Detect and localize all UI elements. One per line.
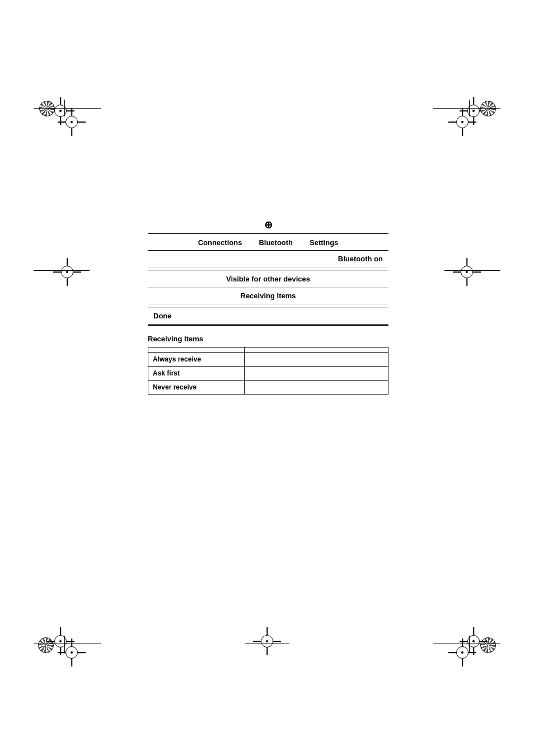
bluetooth-on-row: Bluetooth on [148, 251, 388, 267]
done-label[interactable]: Done [153, 312, 172, 320]
visible-row: Visible for other devices [148, 271, 388, 288]
table-row[interactable]: Ask first [148, 367, 388, 381]
crop-line-h-tr [433, 108, 500, 109]
crop-mark-bottom-center [256, 630, 278, 652]
crop-line-v-br [469, 636, 470, 652]
always-receive-value [244, 353, 388, 367]
main-panel: ⊕ Connections Bluetooth Settings Bluetoo… [148, 218, 388, 395]
crop-line-h-tl [34, 108, 101, 109]
crop-mark-mid-left [56, 261, 78, 283]
crop-line-h-bc [245, 644, 289, 644]
options-table: Always receive Ask first Never receive [148, 347, 388, 395]
crop-mark-bottom-left-2 [60, 641, 83, 664]
table-row[interactable]: Always receive [148, 353, 388, 367]
crop-mark-pattern-tl [39, 101, 55, 119]
crop-mark-top-left-2 [60, 111, 83, 133]
crop-mark-top-right-2 [451, 111, 474, 133]
receiving-row: Receiving Items [148, 288, 388, 304]
crop-line-v-bl [64, 636, 65, 652]
tab-bluetooth[interactable]: Bluetooth [259, 238, 293, 247]
crop-mark-bottom-right-2 [451, 641, 474, 664]
never-receive-label[interactable]: Never receive [148, 381, 245, 395]
done-row[interactable]: Done [148, 308, 388, 326]
tab-connections[interactable]: Connections [198, 238, 242, 247]
bluetooth-on-label: Bluetooth on [338, 255, 383, 263]
nav-tabs: Connections Bluetooth Settings [148, 235, 388, 251]
crop-line-v-tr [469, 100, 470, 116]
panel-icon-row: ⊕ [148, 218, 388, 234]
crop-mark-mid-right [456, 261, 478, 283]
table-header-row [148, 348, 388, 353]
never-receive-value [244, 381, 388, 395]
section-heading: Receiving Items [148, 334, 388, 344]
receiving-label: Receiving Items [241, 292, 296, 300]
visible-label: Visible for other devices [226, 275, 310, 283]
crop-line-h-mr [444, 270, 500, 271]
crop-mark-pattern-tr [480, 101, 496, 119]
crop-line-h-ml [34, 270, 90, 271]
ask-first-value [244, 367, 388, 381]
crop-line-h-br [433, 644, 500, 644]
table-header-col2 [244, 348, 388, 353]
table-header-col1 [148, 348, 245, 353]
section-title: Receiving Items [148, 335, 203, 343]
crop-line-v-tl [64, 100, 65, 116]
settings-icon: ⊕ [264, 219, 273, 231]
table-row[interactable]: Never receive [148, 381, 388, 395]
ask-first-label[interactable]: Ask first [148, 367, 245, 381]
crop-line-h-bl [34, 644, 101, 644]
always-receive-label[interactable]: Always receive [148, 353, 245, 367]
tab-settings[interactable]: Settings [310, 238, 338, 247]
